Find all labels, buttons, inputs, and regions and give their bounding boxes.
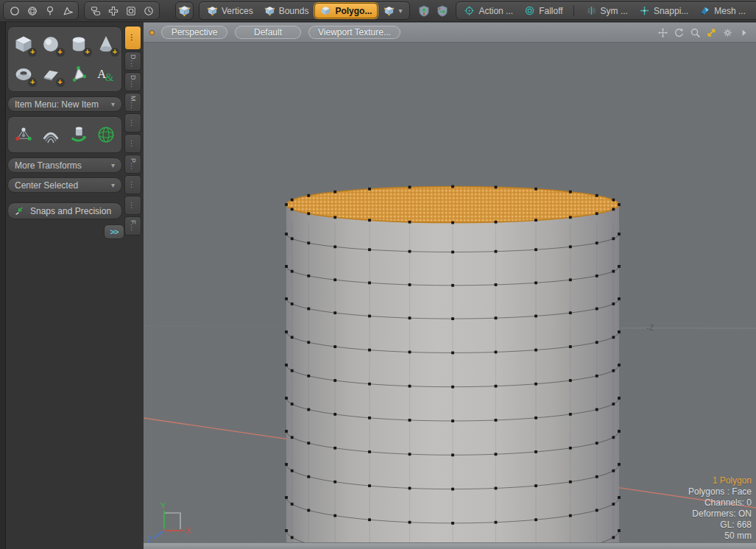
tool-tab[interactable]: ... <box>124 113 141 132</box>
left-panel: + + + + + + <box>0 22 144 549</box>
viewport-header-button[interactable]: Perspective <box>161 26 227 39</box>
component-mode-button[interactable]: ▾ <box>378 3 407 18</box>
status-line: Deformers: ON <box>688 509 752 520</box>
component-mode-button[interactable]: Vertices ▾ <box>202 3 258 18</box>
selection-count: 1 Polygon <box>688 475 752 486</box>
viewport-nav-icon[interactable] <box>657 26 669 39</box>
more-transforms-dropdown[interactable]: More Transforms ▾ <box>7 157 122 173</box>
tool-tab-label: M... <box>130 96 137 110</box>
viewport-nav-icon[interactable] <box>705 26 718 39</box>
viewport-nav-icon[interactable] <box>721 26 734 39</box>
tool-tab[interactable]: ... <box>124 175 141 194</box>
chevron-down-icon: ▾ <box>111 100 115 108</box>
tool-tab-label: F... <box>130 220 137 232</box>
transform-icon <box>68 124 89 145</box>
primitive-icon: A& <box>96 64 116 85</box>
viewport-nav-icon[interactable] <box>689 26 702 39</box>
transform-tool-button[interactable] <box>93 119 119 150</box>
axis-z-label: -Z <box>646 323 654 332</box>
tool-tab[interactable]: D... <box>124 52 141 71</box>
chevron-down-icon: ▾ <box>111 181 115 189</box>
tool-tab[interactable]: ... <box>124 134 141 153</box>
primitive-tool-button[interactable]: + <box>66 29 92 59</box>
tool-label: Snappi... <box>654 6 688 16</box>
tool-tab[interactable]: ... <box>124 196 141 215</box>
primitive-tool-button[interactable]: + <box>10 60 37 89</box>
action-tool-button[interactable]: Falloff <box>519 3 568 18</box>
component-mode-button[interactable]: Bounds ▾ <box>259 3 314 18</box>
tool-tab[interactable]: P... <box>124 155 141 174</box>
mode-label: Vertices <box>222 6 253 16</box>
add-badge: + <box>56 48 65 57</box>
action-center-group <box>415 3 451 18</box>
pivot-center-icon[interactable] <box>434 3 451 18</box>
tool-tab-label: D... <box>130 75 137 88</box>
snaps-label: Snaps and Precision <box>30 206 111 216</box>
action-tool-button[interactable]: Mesh ... <box>694 3 751 18</box>
primitive-tool-button[interactable]: + <box>38 29 64 59</box>
expand-panel-button[interactable]: >> <box>104 224 124 239</box>
system-tool-icon[interactable] <box>6 3 23 18</box>
cylinder-mesh[interactable]: YXZ <box>144 43 756 542</box>
transform-tool-button[interactable] <box>10 119 37 150</box>
svg-text:Z: Z <box>147 535 152 542</box>
tool-tab-label: ... <box>130 119 137 127</box>
add-badge: + <box>28 48 37 57</box>
item-menu-dropdown[interactable]: Item Menu: New Item ▾ <box>7 96 122 112</box>
status-info: 1 Polygon Polygons : FaceChannels: 0Defo… <box>688 475 752 542</box>
center-selected-dropdown[interactable]: Center Selected ▾ <box>7 177 122 193</box>
items-mode-button[interactable] <box>175 1 194 20</box>
action-center-icon[interactable] <box>415 3 432 18</box>
action-tool-button[interactable]: Sym ... <box>581 3 633 18</box>
chevron-down-icon: ▾ <box>111 161 115 169</box>
primitive-tool-button[interactable]: + <box>38 60 64 89</box>
viewport-header-button[interactable]: Viewport Texture... <box>308 26 400 39</box>
primitive-tool-button[interactable]: + <box>66 60 92 89</box>
action-tool-button[interactable]: Action ... <box>459 3 518 18</box>
viewport-3d: PerspectiveDefaultViewport Texture... YX… <box>144 22 756 549</box>
tool-tab[interactable]: D... <box>124 72 141 91</box>
layout-tool-icon[interactable] <box>140 3 157 18</box>
layout-tool-icon[interactable] <box>87 3 104 18</box>
transform-icon <box>13 124 34 145</box>
transform-icon <box>96 124 116 145</box>
primitive-tool-button[interactable]: + <box>93 29 119 59</box>
add-badge: + <box>28 78 37 87</box>
svg-text:Y: Y <box>160 501 166 510</box>
panel-edge-divider[interactable] <box>0 22 6 549</box>
more-transforms-label: More Transforms <box>15 160 82 171</box>
tool-label: Falloff <box>539 6 562 16</box>
system-tool-icon[interactable] <box>41 3 58 18</box>
scene-canvas[interactable]: YXZ -Z 1 Polygon Polygons : FaceChannels… <box>144 43 756 542</box>
tool-tab[interactable]: M... <box>124 93 141 112</box>
viewport-nav-icon[interactable] <box>673 26 685 39</box>
component-mode-button[interactable]: Polygo... ▾ <box>314 3 378 18</box>
tool-tab[interactable]: F... <box>124 216 141 235</box>
system-tool-icon[interactable] <box>24 3 40 18</box>
tool-tab-strip: ... D... D... M... ... ... P... ... ... <box>124 26 141 235</box>
viewport-header-button[interactable]: Default <box>235 26 301 39</box>
tool-tab[interactable]: ... <box>124 26 141 50</box>
status-line: Channels: 0 <box>688 497 752 509</box>
primitive-icon <box>68 64 89 85</box>
snaps-precision-button[interactable]: Snaps and Precision <box>7 202 122 219</box>
layout-tool-icon[interactable] <box>105 3 121 18</box>
tool-tab-label: ... <box>130 140 137 148</box>
tool-tab-label: P... <box>130 158 137 170</box>
transform-tool-button[interactable] <box>66 119 92 150</box>
transform-tools <box>7 116 122 153</box>
add-badge: + <box>110 48 119 57</box>
system-tool-icon[interactable] <box>59 3 76 18</box>
action-tool-button[interactable]: Select ... <box>752 3 756 18</box>
viewport-bottom-strip[interactable] <box>144 542 756 549</box>
primitive-tool-button[interactable]: A& + <box>93 60 119 89</box>
viewport-nav-icon[interactable] <box>738 26 750 39</box>
transform-tool-button[interactable] <box>38 119 64 150</box>
tool-icon <box>524 5 535 16</box>
layout-tool-icon[interactable] <box>122 3 139 18</box>
svg-text:&: & <box>105 71 114 83</box>
primitive-tool-button[interactable]: + <box>10 29 37 59</box>
viewport-header-buttons: PerspectiveDefaultViewport Texture... <box>161 26 400 39</box>
action-tool-button[interactable]: Snappi... <box>634 3 693 18</box>
add-badge: + <box>56 78 65 87</box>
